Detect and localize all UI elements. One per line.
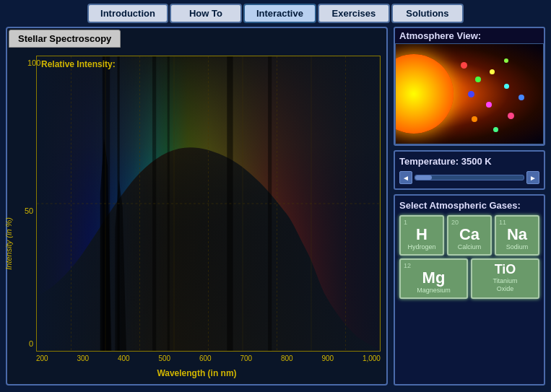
right-panel: Atmosphere View: Temperature: 3500 K bbox=[394, 27, 545, 386]
atmosphere-view-title: Atmosphere View: bbox=[395, 28, 544, 43]
x-tick-700: 700 bbox=[240, 354, 252, 362]
particle-blue-2 bbox=[519, 95, 524, 100]
x-axis-ticks: 200 300 400 500 600 700 800 900 1,000 bbox=[36, 354, 381, 362]
tab-solutions[interactable]: Solutions bbox=[391, 4, 464, 23]
main-content: Stellar Spectroscopy Intensity (in %) Re… bbox=[0, 27, 551, 391]
elements-grid-row2: 12 Mg Magnesium TiO Titanium Oxide bbox=[399, 258, 539, 299]
element-symbol-na: Na bbox=[499, 226, 535, 243]
particle-teal-1 bbox=[493, 127, 498, 132]
element-calcium[interactable]: 20 Ca Calcium bbox=[447, 215, 492, 256]
tab-introduction[interactable]: Introduction bbox=[87, 4, 168, 23]
slider-right-button[interactable]: ► bbox=[526, 171, 539, 184]
particle-red-1 bbox=[461, 62, 467, 69]
tab-interactive[interactable]: Interactive bbox=[243, 4, 316, 23]
elements-grid-row1: 1 H Hydrogen 20 Ca Calcium 11 Na Sodium bbox=[399, 215, 539, 256]
slider-fill bbox=[415, 175, 432, 180]
x-tick-400: 400 bbox=[118, 354, 130, 362]
element-name-tio: Titanium Oxide bbox=[475, 277, 535, 293]
temperature-label: Temperature: 3500 K bbox=[399, 156, 539, 167]
element-symbol-h: H bbox=[404, 226, 440, 243]
gases-title: Select Atmospheric Gases: bbox=[399, 200, 539, 211]
element-name-ca: Calcium bbox=[451, 243, 487, 251]
panel-title: Stellar Spectroscopy bbox=[9, 30, 121, 48]
particle-pink-1 bbox=[508, 113, 514, 119]
x-tick-800: 800 bbox=[281, 354, 293, 362]
particle-lime-1 bbox=[504, 58, 508, 63]
x-tick-1000: 1,000 bbox=[363, 354, 381, 362]
navigation-bar: Introduction How To Interactive Exercise… bbox=[0, 0, 551, 27]
temperature-section: Temperature: 3500 K ◄ ► bbox=[394, 150, 545, 190]
spectroscopy-panel: Stellar Spectroscopy Intensity (in %) Re… bbox=[6, 27, 388, 386]
element-sodium[interactable]: 11 Na Sodium bbox=[495, 215, 539, 256]
y-axis-title: Intensity (in %) bbox=[4, 217, 13, 270]
element-symbol-tio: TiO bbox=[475, 263, 535, 277]
particle-blue-1 bbox=[468, 91, 474, 97]
slider-left-button[interactable]: ◄ bbox=[399, 171, 412, 184]
tab-exercises[interactable]: Exercises bbox=[318, 4, 390, 23]
particle-cyan-1 bbox=[504, 84, 509, 89]
particle-yellow-1 bbox=[490, 69, 495, 74]
atmosphere-view-section: Atmosphere View: bbox=[394, 27, 545, 146]
element-magnesium[interactable]: 12 Mg Magnesium bbox=[399, 258, 468, 299]
element-hydrogen[interactable]: 1 H Hydrogen bbox=[399, 215, 444, 256]
gases-section: Select Atmospheric Gases: 1 H Hydrogen 2… bbox=[394, 194, 545, 386]
x-tick-200: 200 bbox=[36, 354, 48, 362]
slider-track[interactable] bbox=[415, 175, 524, 180]
element-name-mg: Magnesium bbox=[404, 287, 464, 295]
element-tio[interactable]: TiO Titanium Oxide bbox=[471, 258, 539, 299]
sun bbox=[395, 54, 454, 134]
x-tick-300: 300 bbox=[77, 354, 89, 362]
y-tick-100: 100 bbox=[27, 58, 40, 67]
atmosphere-image bbox=[395, 43, 544, 144]
tab-how-to[interactable]: How To bbox=[170, 4, 242, 23]
temperature-slider-container: ◄ ► bbox=[399, 171, 539, 184]
element-symbol-mg: Mg bbox=[404, 269, 464, 287]
element-name-na: Sodium bbox=[499, 243, 535, 251]
x-tick-900: 900 bbox=[321, 354, 334, 362]
particle-orange-1 bbox=[472, 116, 477, 122]
x-tick-500: 500 bbox=[158, 354, 170, 362]
chart-inner: Relative Intensity: bbox=[36, 56, 381, 352]
element-name-h: Hydrogen bbox=[404, 243, 440, 251]
particle-green-1 bbox=[475, 77, 481, 82]
relative-intensity-label: Relative Intensity: bbox=[41, 59, 116, 69]
particle-magenta-1 bbox=[486, 102, 492, 108]
x-axis-label: Wavelength (in nm) bbox=[157, 368, 236, 378]
element-symbol-ca: Ca bbox=[451, 226, 487, 243]
y-tick-0: 0 bbox=[29, 339, 33, 348]
spectrum-chart bbox=[37, 56, 380, 351]
x-tick-600: 600 bbox=[199, 354, 212, 362]
y-tick-50: 50 bbox=[25, 206, 33, 215]
